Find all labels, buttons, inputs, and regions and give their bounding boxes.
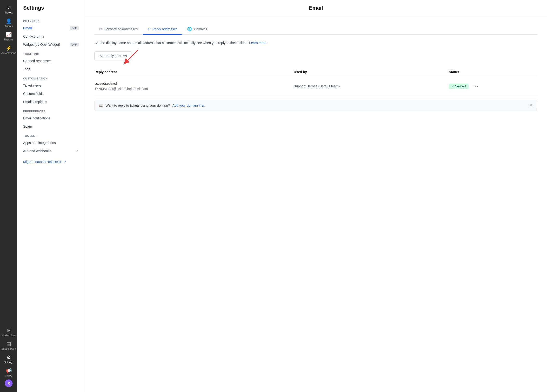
forwarding-tab-icon: ✉ [99,27,103,31]
tab-forwarding-addresses[interactable]: ✉ Forwarding addresses [95,24,143,35]
reply-status-cell: ✓ Verified ··· [449,77,537,96]
news-icon: 📢 [6,368,12,373]
user-avatar[interactable]: R [5,379,13,387]
sidebar-item-email[interactable]: Email OFF [17,24,85,32]
reply-used-by: Support Heroes (Default team) [294,77,449,96]
settings-sidebar: Settings CHANNELS Email OFF Contact form… [17,0,85,392]
sidebar-item-spam[interactable]: Spam [17,122,85,131]
main-content: Email ✉ Forwarding addresses ↩ Reply add… [85,0,547,392]
nav-item-marketplace[interactable]: ⊞ Marketplace [0,326,17,339]
sidebar-item-email-templates[interactable]: Email templates [17,98,85,106]
section-customization: CUSTOMIZATION [17,73,85,81]
main-body: ✉ Forwarding addresses ↩ Reply addresses… [85,16,547,392]
domain-notice-close-button[interactable]: ✕ [529,103,533,108]
reports-icon: 📈 [6,32,12,37]
agents-icon: 👤 [6,19,12,24]
sidebar-item-apps-integrations[interactable]: Apps and integrations [17,139,85,147]
reply-tab-icon: ↩ [147,27,150,31]
section-toolset: TOOLSET [17,131,85,139]
description-text: Set the display name and email address t… [95,40,537,46]
row-more-options-button[interactable]: ··· [472,83,480,90]
tab-bar: ✉ Forwarding addresses ↩ Reply addresses… [95,24,537,35]
add-reply-address-button[interactable]: Add reply address [95,51,132,60]
sidebar-item-contact-forms[interactable]: Contact forms [17,32,85,40]
nav-item-settings[interactable]: ⚙ Settings [0,352,17,366]
migrate-external-icon: ↗ [63,160,66,164]
reply-address-email: 1778351991@tickets.helpdesk.com [95,86,294,92]
tab-reply-addresses[interactable]: ↩ Reply addresses [143,24,182,35]
icon-nav: ☑ Tickets 👤 Agents 📈 Reports ⚡ Automatio… [0,0,17,392]
section-ticketing: TICKETING [17,49,85,57]
page-title: Email [85,0,547,16]
settings-icon: ⚙ [7,355,11,360]
subscription-icon: ▤ [7,341,11,346]
col-header-usedby: Used by [294,68,449,77]
add-button-container: Add reply address [95,51,132,68]
domain-notice-text: Want to reply to tickets using your doma… [106,104,170,107]
section-preferences: PREFERENCES [17,106,85,114]
sidebar-item-email-notifications[interactable]: Email notifications [17,114,85,122]
nav-item-reports[interactable]: 📈 Reports [0,30,17,43]
sidebar-item-tags[interactable]: Tags [17,65,85,73]
nav-item-agents[interactable]: 👤 Agents [0,16,17,30]
sidebar-item-widget[interactable]: Widget (by OpenWidget) OFF [17,40,85,49]
sidebar-item-api-webhooks[interactable]: API and webhooks ↗ [17,147,85,155]
tab-domains[interactable]: 🌐 Domains [182,24,212,35]
sidebar-item-ticket-views[interactable]: Ticket views [17,81,85,90]
marketplace-icon: ⊞ [7,328,11,333]
add-domain-link[interactable]: Add your domain first. [172,104,205,107]
col-header-address: Reply address [95,68,294,77]
nav-item-news[interactable]: 📢 News [0,366,17,379]
learn-more-link[interactable]: Learn more [249,41,267,45]
nav-item-tickets[interactable]: ☑ Tickets [0,3,17,16]
nav-item-subscription[interactable]: ▤ Subscription [0,339,17,352]
domain-notice: 📖 Want to reply to tickets using your do… [95,100,537,111]
automations-icon: ⚡ [6,46,12,51]
check-icon: ✓ [451,85,454,88]
reply-addresses-table: Reply address Used by Status cccaedsedaw… [95,68,537,96]
nav-item-automations[interactable]: ⚡ Automations [0,43,17,57]
book-icon: 📖 [99,104,103,107]
domains-tab-icon: 🌐 [187,27,192,31]
reply-address-cell: cccaedsedawd 1778351991@tickets.helpdesk… [95,77,294,96]
external-link-icon: ↗ [76,149,79,153]
sidebar-item-canned-responses[interactable]: Canned responses [17,57,85,65]
tickets-icon: ☑ [7,5,11,10]
verified-badge: ✓ Verified [449,84,468,89]
col-header-status: Status [449,68,537,77]
migrate-link[interactable]: Migrate data to HelpDesk ↗ [17,157,85,167]
section-channels: CHANNELS [17,16,85,24]
settings-title: Settings [17,5,85,16]
reply-address-name: cccaedsedawd [95,81,294,86]
table-row: cccaedsedawd 1778351991@tickets.helpdesk… [95,77,537,96]
sidebar-item-custom-fields[interactable]: Custom fields [17,90,85,98]
